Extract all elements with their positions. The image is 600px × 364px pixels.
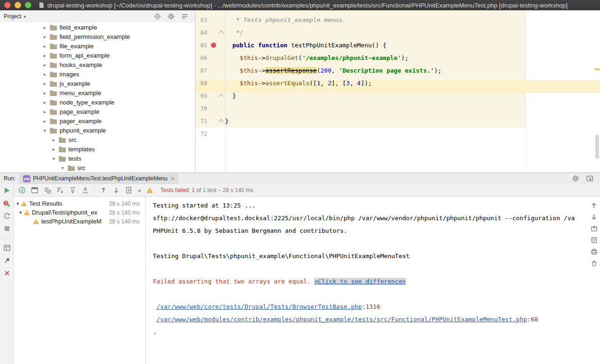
- code-line[interactable]: 72: [195, 127, 600, 140]
- project-tree-item[interactable]: ▸file_example: [0, 41, 195, 51]
- code-line[interactable]: 64 */: [195, 26, 600, 39]
- chevron-down-icon[interactable]: ▼: [18, 210, 23, 215]
- project-tree-item[interactable]: ▸form_api_example: [0, 51, 195, 60]
- code-editor[interactable]: 63 * Tests phpunit_example menus.64 */65…: [195, 10, 600, 172]
- collapse-all-icon[interactable]: [181, 13, 188, 20]
- line-number[interactable]: 66: [195, 55, 207, 61]
- project-tree-item[interactable]: ▸field_permission_example: [0, 32, 195, 41]
- gear-icon[interactable]: [167, 13, 175, 20]
- project-tree-item[interactable]: ▸field_example: [0, 22, 195, 32]
- project-tree-item[interactable]: ▸pager_example: [0, 116, 195, 126]
- chevron-down-icon[interactable]: ▾: [23, 14, 26, 19]
- code-line[interactable]: 70: [195, 102, 600, 115]
- stop-icon[interactable]: [3, 225, 11, 232]
- chevron-down-icon[interactable]: ▾: [44, 128, 50, 133]
- next-occurrence-icon[interactable]: [591, 214, 597, 220]
- sort-by-duration-icon[interactable]: [44, 186, 51, 194]
- fold-icon[interactable]: [218, 94, 224, 99]
- chevron-down-icon[interactable]: ▾: [61, 165, 68, 171]
- test-history-icon[interactable]: [591, 237, 598, 244]
- chevron-right-icon[interactable]: ▸: [44, 25, 50, 30]
- print-icon[interactable]: [591, 248, 598, 255]
- chevron-right-icon[interactable]: ▸: [44, 100, 50, 105]
- editor-scrollbar[interactable]: [595, 134, 599, 159]
- chevron-right-icon[interactable]: ▸: [52, 147, 59, 152]
- line-number[interactable]: 72: [195, 131, 207, 137]
- code-line[interactable]: 68 $this->assertEquals([1, 2], [3, 4]);: [195, 77, 600, 89]
- toggle-auto-test-icon[interactable]: [3, 212, 11, 220]
- chevron-right-icon[interactable]: ▸: [44, 109, 50, 114]
- code-line[interactable]: 66 $this->drupalGet('/examples/phpunit-e…: [195, 52, 600, 64]
- code-line[interactable]: 71}: [195, 115, 600, 127]
- line-number[interactable]: 67: [195, 67, 207, 74]
- chevron-right-icon[interactable]: ▸: [52, 137, 59, 142]
- project-tree-item[interactable]: ▸js_example: [0, 79, 195, 88]
- test-tree-item[interactable]: testPhpUnitExampleM28 s 140 ms: [14, 217, 145, 226]
- zoom-window-button[interactable]: [25, 2, 31, 8]
- diff-link[interactable]: <Click to see difference>: [314, 278, 406, 285]
- line-number[interactable]: 64: [195, 30, 207, 36]
- line-number[interactable]: 69: [195, 93, 207, 99]
- previous-failed-test-icon[interactable]: [100, 186, 107, 194]
- pin-tab-icon[interactable]: [3, 257, 11, 264]
- line-number[interactable]: 70: [195, 105, 207, 112]
- project-tree-item[interactable]: ▸menu_example: [0, 88, 195, 97]
- test-console-output[interactable]: Testing started at 13:25 ...sftp://docke…: [146, 197, 588, 364]
- project-tree-item[interactable]: ▸templates: [0, 144, 195, 154]
- chevron-right-icon[interactable]: ▸: [44, 81, 50, 86]
- export-test-results-icon[interactable]: [591, 225, 598, 232]
- console-icon[interactable]: [31, 186, 38, 194]
- project-tree-item[interactable]: ▾phpunit_example: [0, 126, 195, 135]
- import-test-results-icon[interactable]: [125, 186, 133, 194]
- run-tab[interactable]: php PHPUnitExampleMenuTest.testPhpUnitEx…: [19, 173, 178, 184]
- fold-icon[interactable]: [218, 30, 224, 36]
- test-tree-item[interactable]: ▼Drupal\Tests\phpunit_ex28 s 140 ms: [14, 208, 145, 217]
- rerun-failed-tests-icon[interactable]: [3, 200, 11, 207]
- chevron-right-icon[interactable]: ▸: [44, 53, 50, 58]
- line-number[interactable]: 63: [195, 17, 207, 23]
- minimize-window-button[interactable]: [15, 2, 21, 8]
- fold-icon[interactable]: [218, 119, 224, 124]
- code-line[interactable]: 67 $this->assertResponse(200, 'Descripti…: [195, 64, 600, 77]
- sort-alphabetically-icon[interactable]: [56, 186, 64, 194]
- code-line[interactable]: 63 * Tests phpunit_example menus.: [195, 14, 600, 26]
- test-tree-item[interactable]: ▼Test Results28 s 140 ms: [14, 199, 145, 208]
- project-tree-item[interactable]: ▸src: [0, 135, 195, 144]
- project-tree-item[interactable]: ▾tests: [0, 154, 195, 163]
- chevron-right-icon[interactable]: ▸: [44, 44, 50, 49]
- gear-icon[interactable]: [572, 175, 579, 182]
- chevron-right-icon[interactable]: ▸: [44, 72, 50, 77]
- chevron-right-icon[interactable]: ▸: [44, 119, 50, 124]
- project-tree-item[interactable]: ▸page_example: [0, 107, 195, 116]
- test-failed-gutter-icon[interactable]: [211, 43, 216, 48]
- more-actions-icon[interactable]: »: [138, 187, 141, 194]
- chevron-right-icon[interactable]: ▸: [44, 34, 50, 39]
- close-panel-icon[interactable]: [3, 269, 11, 277]
- project-tree-item[interactable]: ▸node_type_example: [0, 97, 195, 107]
- warning-stripe-mark[interactable]: [595, 68, 600, 70]
- chevron-right-icon[interactable]: ▸: [44, 62, 50, 67]
- clear-all-icon[interactable]: [591, 260, 598, 267]
- previous-occurrence-icon[interactable]: [591, 202, 597, 209]
- line-number[interactable]: 65: [195, 42, 207, 49]
- expand-all-icon[interactable]: [69, 186, 76, 194]
- project-tree-item[interactable]: ▾src: [0, 163, 195, 172]
- chevron-down-icon[interactable]: ▼: [15, 201, 21, 206]
- show-passed-icon[interactable]: [18, 186, 26, 194]
- project-tool-label[interactable]: Project: [4, 13, 21, 20]
- code-line[interactable]: 69 }: [195, 89, 600, 102]
- next-failed-test-icon[interactable]: [112, 186, 120, 194]
- line-number[interactable]: 68: [195, 80, 207, 87]
- rerun-tests-icon[interactable]: [3, 186, 11, 194]
- close-tab-icon[interactable]: ×: [171, 176, 174, 182]
- file-link[interactable]: /var/www/web/modules/contrib/examples/ph…: [157, 316, 527, 323]
- collapse-all-icon[interactable]: [82, 186, 89, 194]
- scroll-from-source-icon[interactable]: [154, 13, 161, 20]
- chevron-right-icon[interactable]: ▸: [44, 90, 50, 96]
- close-window-button[interactable]: [4, 2, 11, 8]
- project-tree-item[interactable]: ▸hooks_example: [0, 60, 195, 69]
- project-tree-item[interactable]: ▸images: [0, 69, 195, 79]
- code-line[interactable]: 65 public function testPhpUnitExampleMen…: [195, 39, 600, 52]
- line-number[interactable]: 71: [195, 118, 207, 125]
- chevron-down-icon[interactable]: ▾: [52, 156, 59, 161]
